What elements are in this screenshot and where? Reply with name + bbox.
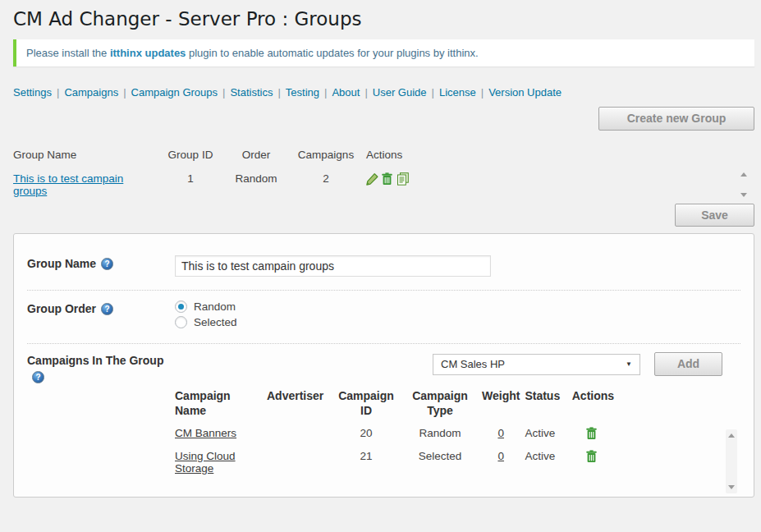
- group-campaigns-cell: 2: [286, 169, 366, 197]
- group-name-cell: This is to test campain groups: [13, 169, 154, 197]
- nav-link-campaigns[interactable]: Campaigns: [64, 86, 118, 99]
- column-header-group-id: Group ID: [154, 149, 227, 169]
- groups-table: Group NameGroup IDOrderCampaignsActionsT…: [13, 149, 456, 197]
- campaign-status-cell: Active: [525, 420, 571, 443]
- group-order-label-text: Group Order: [27, 302, 96, 315]
- scroll-up-icon[interactable]: [740, 172, 747, 177]
- group-order-row: Group Order RandomSelected: [27, 291, 740, 343]
- group-row: This is to test campain groups1Random2: [13, 169, 456, 197]
- create-new-group-button[interactable]: Create new Group: [598, 107, 754, 131]
- group-edit-panel: Group Name Group Order RandomSelected Ca…: [13, 233, 754, 498]
- scroll-down-icon[interactable]: [728, 485, 735, 489]
- campaign-weight-link[interactable]: 0: [497, 427, 504, 439]
- campaigns-table-scrollbar[interactable]: [726, 429, 737, 493]
- campaign-advertiser-cell: [267, 420, 334, 443]
- help-icon[interactable]: [101, 303, 113, 315]
- group-name-input[interactable]: [175, 255, 491, 277]
- nav-link-version-update[interactable]: Version Update: [488, 86, 562, 99]
- group-name-label: Group Name: [27, 255, 175, 272]
- campaign-id-cell: 20: [334, 420, 403, 443]
- column-header-status: Status: [525, 389, 571, 420]
- campaigns-in-group-label-text: Campaigns In The Group: [27, 354, 163, 367]
- campaign-select-bar: CM Sales HP ▼ Add: [175, 352, 740, 376]
- radio-label: Random: [194, 300, 236, 313]
- nav-link-settings[interactable]: Settings: [13, 86, 52, 99]
- nav-menu: Settings|Campaigns|Campaign Groups|Stati…: [13, 86, 754, 99]
- itthinx-updates-link[interactable]: itthinx updates: [110, 47, 186, 59]
- campaign-weight-cell: 0: [482, 420, 525, 443]
- notice-text-after: plugin to enable automatic updates for y…: [186, 47, 478, 59]
- campaign-weight-cell: 0: [482, 443, 525, 475]
- campaign-type-cell: Random: [403, 420, 482, 443]
- nav-separator: |: [432, 86, 434, 99]
- help-icon[interactable]: [101, 258, 113, 270]
- save-button[interactable]: Save: [675, 204, 754, 227]
- create-row: Create new Group: [13, 107, 754, 131]
- delete-icon[interactable]: [586, 427, 597, 443]
- campaign-select[interactable]: CM Sales HP ▼: [433, 354, 640, 375]
- column-header-campaign-name: Campaign Name: [175, 389, 267, 420]
- radio-option-random[interactable]: Random: [175, 300, 237, 313]
- campaign-name-link[interactable]: CM Banners: [175, 427, 236, 439]
- column-header-group-name: Group Name: [13, 149, 154, 169]
- nav-separator: |: [57, 86, 59, 99]
- group-id-cell: 1: [154, 169, 227, 197]
- nav-link-license[interactable]: License: [439, 86, 476, 99]
- column-header-campaign-id: Campaign ID: [334, 389, 403, 420]
- nav-separator: |: [222, 86, 225, 99]
- campaigns-in-group-label: Campaigns In The Group: [27, 352, 175, 386]
- column-header-advertiser: Advertiser: [267, 389, 334, 420]
- group-order-cell: Random: [227, 169, 286, 197]
- column-header-campaign-type: Campaign Type: [403, 389, 482, 420]
- campaign-name-cell: CM Banners: [175, 420, 267, 443]
- save-row: Save: [13, 204, 754, 227]
- radio-unchecked-icon[interactable]: [175, 316, 187, 328]
- update-notice: Please install the itthinx updates plugi…: [13, 39, 754, 66]
- campaigns-table: Campaign NameAdvertiserCampaign IDCampai…: [175, 389, 620, 475]
- column-header-order: Order: [227, 149, 286, 169]
- nav-link-testing[interactable]: Testing: [286, 86, 319, 99]
- campaign-name-link[interactable]: Using Cloud Storage: [175, 450, 261, 475]
- groups-list-scrollbar[interactable]: [740, 172, 747, 197]
- delete-icon[interactable]: [382, 172, 392, 188]
- campaign-actions-cell: [571, 443, 620, 475]
- campaign-name-cell: Using Cloud Storage: [175, 443, 267, 475]
- campaign-id-cell: 21: [334, 443, 403, 475]
- nav-separator: |: [481, 86, 484, 99]
- group-name-link[interactable]: This is to test campain groups: [13, 172, 144, 197]
- group-actions-cell: [366, 169, 456, 197]
- group-order-label: Group Order: [27, 300, 175, 317]
- group-name-label-text: Group Name: [27, 257, 96, 270]
- help-icon[interactable]: [32, 371, 44, 383]
- scroll-up-icon[interactable]: [728, 433, 735, 438]
- radio-label: Selected: [194, 316, 237, 328]
- campaigns-in-group-content: CM Sales HP ▼ Add Campaign NameAdvertise…: [175, 352, 740, 475]
- group-order-options: RandomSelected: [175, 300, 237, 332]
- campaign-row: Using Cloud Storage21Selected0Active: [175, 443, 620, 475]
- nav-link-about[interactable]: About: [332, 86, 360, 99]
- nav-link-user-guide[interactable]: User Guide: [373, 86, 427, 99]
- page-wrap: CM Ad Changer - Server Pro : Groups Plea…: [0, 0, 761, 498]
- campaign-weight-link[interactable]: 0: [497, 450, 504, 462]
- scroll-down-icon[interactable]: [740, 193, 747, 197]
- delete-icon[interactable]: [586, 450, 597, 466]
- column-header-campaigns: Campaigns: [286, 149, 366, 169]
- nav-separator: |: [324, 86, 327, 99]
- campaigns-in-group-row: Campaigns In The Group CM Sales HP ▼ Add…: [27, 344, 740, 475]
- add-campaign-button[interactable]: Add: [654, 352, 722, 376]
- nav-separator: |: [277, 86, 280, 99]
- copy-icon[interactable]: [396, 172, 410, 188]
- radio-option-selected[interactable]: Selected: [175, 316, 237, 328]
- edit-icon[interactable]: [366, 172, 378, 188]
- page-title: CM Ad Changer - Server Pro : Groups: [13, 7, 754, 31]
- chevron-down-icon: ▼: [626, 360, 632, 368]
- campaign-actions-cell: [571, 420, 620, 443]
- campaign-row: CM Banners20Random0Active: [175, 420, 620, 443]
- nav-separator: |: [364, 86, 367, 99]
- campaign-status-cell: Active: [525, 443, 571, 475]
- radio-checked-icon[interactable]: [175, 300, 187, 313]
- campaign-select-value: CM Sales HP: [441, 358, 505, 370]
- column-header-actions: Actions: [366, 149, 456, 169]
- nav-link-statistics[interactable]: Statistics: [230, 86, 273, 99]
- nav-link-campaign-groups[interactable]: Campaign Groups: [131, 86, 218, 99]
